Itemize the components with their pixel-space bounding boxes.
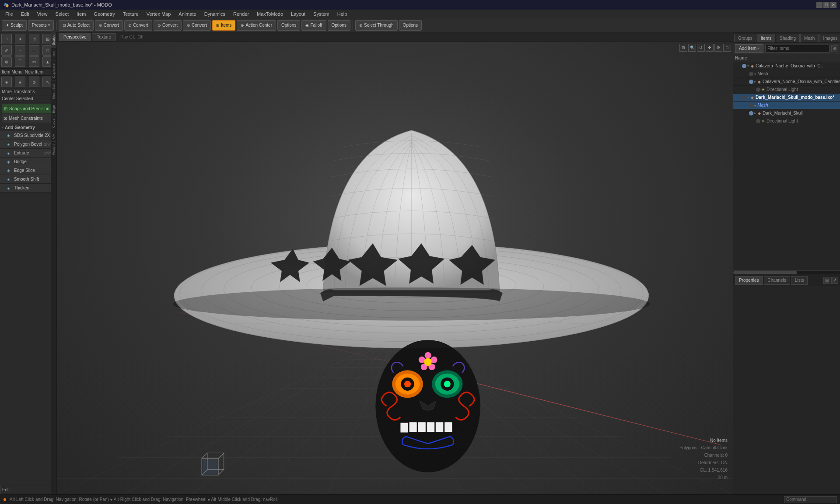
tree-vis-3[interactable]: [749, 80, 753, 84]
vtab-fusion[interactable]: Fusion: [51, 141, 56, 158]
thicken-button[interactable]: ◈ Thicken: [0, 184, 56, 192]
bottom-expand-button[interactable]: ⊞: [823, 277, 830, 284]
tool-rotate-button[interactable]: ↺: [29, 34, 39, 44]
snaps-precision-button[interactable]: ⊞ Snaps and Precision: [2, 104, 55, 113]
menu-file[interactable]: File: [2, 10, 17, 18]
maximize-button[interactable]: □: [823, 2, 830, 8]
menu-geometry[interactable]: Geometry: [90, 10, 118, 18]
menu-select[interactable]: Select: [52, 10, 72, 18]
presets-button[interactable]: Presets ▾: [28, 20, 54, 31]
tree-vis-4[interactable]: [756, 88, 760, 92]
select-through-button[interactable]: ⊛ Select Through: [355, 20, 398, 31]
menu-item[interactable]: Item: [73, 10, 89, 18]
vp-maximize-button[interactable]: □: [723, 44, 731, 52]
filter-items-input[interactable]: [765, 45, 830, 52]
items-button[interactable]: ⊞ Items: [212, 20, 235, 31]
menu-vertex-map[interactable]: Vertex Map: [143, 10, 175, 18]
menu-render[interactable]: Render: [230, 10, 252, 18]
viewport-tab-perspective[interactable]: Perspective: [59, 33, 91, 41]
tree-item-calavera-group[interactable]: ▾ ◆ Calavera_Noche_Oscura_with_Candles_m…: [733, 62, 840, 70]
sds-subdivide-button[interactable]: ◈ SDS Subdivide 2X: [0, 131, 56, 140]
falloff-button[interactable]: ◉ Falloff: [301, 20, 326, 31]
vtab-duplicate[interactable]: Duplicate: [51, 60, 56, 80]
tool-uvmap-button[interactable]: #: [15, 77, 25, 87]
convert-button-3[interactable]: ⊙ Convert: [154, 20, 182, 31]
menu-help[interactable]: Help: [334, 10, 351, 18]
menu-dynamics[interactable]: Dynamics: [201, 10, 229, 18]
vtab-curve[interactable]: Curve: [51, 116, 56, 130]
right-panel-extra-1[interactable]: ⊕: [831, 45, 838, 52]
vtab-item[interactable]: Item: [51, 48, 56, 60]
options-button-2[interactable]: Options: [328, 20, 350, 31]
tool-cut-button[interactable]: ✂: [29, 56, 39, 67]
tree-item-mariachi-group[interactable]: ▾ ◆ Dark_Mariachi_Skull_modo_base.lxo*: [733, 94, 840, 102]
tree-item-mesh-2[interactable]: ▪ Mesh: [733, 102, 840, 109]
bottom-tab-properties[interactable]: Properties: [735, 276, 763, 285]
action-center-button[interactable]: ⊕ Action Center: [237, 20, 276, 31]
tree-vis-2[interactable]: [749, 72, 753, 76]
title-bar-controls[interactable]: ─ □ ✕: [816, 2, 836, 8]
vp-fit-button[interactable]: ⊞: [679, 44, 687, 52]
tree-item-light-2[interactable]: ☀ Directional Light: [733, 117, 840, 125]
tree-vis-6[interactable]: [749, 103, 753, 108]
convert-button-1[interactable]: ⊙ Convert: [95, 20, 123, 31]
menu-texture[interactable]: Texture: [119, 10, 142, 18]
add-geometry-row[interactable]: ▸ Add Geometry: [2, 125, 55, 130]
vp-pan-button[interactable]: ✥: [706, 44, 714, 52]
menu-view[interactable]: View: [34, 10, 51, 18]
tool-material-button[interactable]: ◈: [1, 77, 12, 87]
scene-tree-scrollbar[interactable]: [733, 270, 840, 274]
sculpt-button[interactable]: ✦ Sculpt: [2, 20, 27, 31]
viewport-tab-texture[interactable]: Texture: [92, 33, 116, 41]
more-transforms-row[interactable]: More Transforms ▾: [0, 88, 56, 95]
tree-item-mesh-1[interactable]: ▪ Mesh: [733, 70, 840, 78]
tool-transform-button[interactable]: ✦: [15, 34, 25, 44]
options-button-3[interactable]: Options: [399, 20, 422, 31]
tool-bend-button[interactable]: ⌒: [15, 56, 25, 67]
center-selected-row[interactable]: Center Selected ▾: [0, 95, 56, 102]
polygon-bevel-button[interactable]: ◈ Polygon Bevel Shift-B: [0, 140, 56, 149]
tree-vis-8[interactable]: [756, 119, 760, 123]
tree-item-calavera-subgroup[interactable]: ▸ ◆ Calavera_Noche_Oscura_with_Candles: [733, 78, 840, 86]
add-item-button[interactable]: Add Item ▾: [735, 44, 763, 53]
bottom-popout-button[interactable]: ↗: [831, 277, 838, 284]
tree-vis-5[interactable]: [742, 95, 746, 100]
auto-select-button[interactable]: ⊡ Auto Select: [59, 20, 94, 31]
extrude-button[interactable]: ◈ Extrude Shift-X: [0, 149, 56, 158]
menu-layout[interactable]: Layout: [287, 10, 309, 18]
command-input[interactable]: [784, 496, 836, 503]
menu-maxtomodo[interactable]: MaxToModo: [253, 10, 287, 18]
tool-weight-button[interactable]: ⌀: [29, 77, 39, 87]
scene-tree[interactable]: ▾ ◆ Calavera_Noche_Oscura_with_Candles_m…: [733, 62, 840, 270]
smooth-shift-button[interactable]: ◈ Smooth Shift: [0, 175, 56, 184]
mesh-constraints-button[interactable]: ⊠ Mesh Constraints: [2, 114, 55, 122]
close-button[interactable]: ✕: [830, 2, 836, 8]
menu-animate[interactable]: Animate: [175, 10, 200, 18]
vtab-mesh-edit[interactable]: Mesh Edit: [51, 80, 56, 102]
bottom-tab-lists[interactable]: Lists: [791, 276, 808, 285]
right-tab-items[interactable]: Items: [757, 34, 775, 42]
tool-pen-button[interactable]: ✐: [1, 45, 12, 56]
bottom-tab-channels[interactable]: Channels: [764, 276, 790, 285]
vtab-edge[interactable]: Edge: [51, 102, 56, 116]
tool-move-button[interactable]: ⊕: [1, 56, 12, 67]
minimize-button[interactable]: ─: [816, 2, 822, 8]
edge-slice-button[interactable]: ◈ Edge Slice: [0, 166, 56, 175]
menu-system[interactable]: System: [310, 10, 333, 18]
right-tab-mesh[interactable]: Mesh: [800, 34, 819, 42]
right-tab-groups[interactable]: Groups: [734, 34, 756, 42]
options-button-1[interactable]: Options: [277, 20, 300, 31]
convert-button-4[interactable]: ⊙ Convert: [183, 20, 211, 31]
viewport-canvas[interactable]: ⊞ 🔍 ↺ ✥ ⚙ □ No Items Polygons : Catmull-…: [57, 42, 733, 494]
item-menu-row[interactable]: Item Menu: New Item ▾: [0, 69, 56, 76]
edit-dropdown[interactable]: Edit ▾: [0, 485, 56, 494]
tree-vis-1[interactable]: [742, 64, 746, 68]
vp-settings-button[interactable]: ⚙: [714, 44, 722, 52]
right-tab-shading[interactable]: Shading: [776, 34, 800, 42]
vp-zoom-button[interactable]: 🔍: [688, 44, 696, 52]
tool-edge-button[interactable]: —: [29, 45, 39, 56]
tree-vis-7[interactable]: [749, 111, 753, 116]
convert-button-2[interactable]: ⊙ Convert: [124, 20, 152, 31]
vtab-sculpt[interactable]: Sculpt: [51, 32, 56, 48]
vtab-uv[interactable]: UV: [51, 131, 56, 141]
